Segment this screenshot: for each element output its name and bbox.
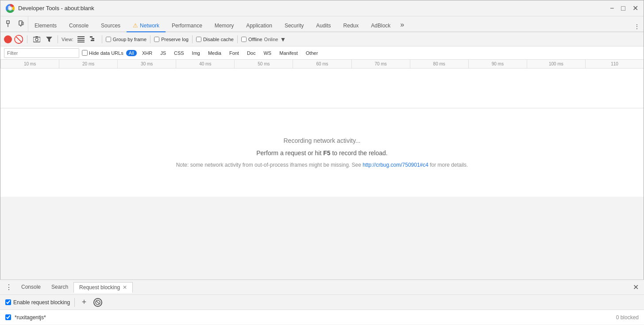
tick-70ms: 70 ms	[351, 60, 410, 68]
more-tabs-button[interactable]: »	[397, 18, 408, 32]
inspect-icon[interactable]	[5, 19, 15, 29]
note-message: Note: some network activity from out-of-…	[176, 162, 468, 168]
hide-data-urls-checkbox[interactable]	[82, 50, 88, 56]
devtools-tab-bar: Elements Console Sources ⚠ Network Perfo…	[0, 16, 644, 32]
group-by-frame-checkbox[interactable]	[106, 37, 111, 42]
view-label: View:	[62, 37, 73, 42]
preserve-log-label[interactable]: Preserve log	[154, 37, 189, 42]
crbug-link[interactable]: http://crbug.com/750901#c4	[362, 162, 428, 168]
filter-media-button[interactable]: Media	[205, 50, 224, 56]
disable-cache-label[interactable]: Disable cache	[196, 37, 234, 42]
hide-data-urls-label[interactable]: Hide data URLs	[82, 50, 123, 56]
toolbar-divider-5	[192, 35, 193, 43]
toolbar-divider-2	[58, 35, 58, 43]
svg-point-10	[35, 38, 38, 41]
svg-rect-18	[91, 40, 94, 41]
bottom-drawer: ⋮ Console Search Request blocking ✕ ✕ En…	[0, 279, 644, 325]
offline-checkbox[interactable]	[241, 37, 247, 42]
filter-all-button[interactable]: All	[126, 50, 137, 56]
filter-ws-button[interactable]: WS	[261, 50, 274, 56]
settings-icon[interactable]: ⋮	[632, 22, 642, 31]
tick-110ms: 110	[585, 60, 644, 68]
close-button[interactable]: ✕	[632, 5, 638, 12]
filter-img-button[interactable]: Img	[189, 50, 203, 56]
svg-rect-7	[20, 26, 21, 27]
window-title: Developer Tools - about:blank	[18, 5, 610, 11]
svg-rect-15	[77, 42, 85, 42]
block-pattern-button[interactable]	[93, 298, 102, 307]
tab-performance[interactable]: Performance	[166, 20, 208, 32]
tab-sources[interactable]: Sources	[95, 20, 127, 32]
tick-20ms: 20 ms	[59, 60, 117, 68]
tab-network[interactable]: ⚠ Network	[127, 19, 166, 32]
drawer-close-button[interactable]: ✕	[629, 283, 642, 291]
close-request-blocking-tab[interactable]: ✕	[123, 284, 127, 291]
disable-cache-checkbox[interactable]	[196, 37, 201, 42]
tab-redux[interactable]: Redux	[337, 20, 365, 32]
filter-manifest-button[interactable]: Manifest	[277, 50, 301, 56]
minimize-button[interactable]: −	[610, 5, 614, 12]
tick-90ms: 90 ms	[468, 60, 527, 68]
enable-request-blocking-label[interactable]: Enable request blocking	[5, 299, 70, 306]
drawer-tab-bar: ⋮ Console Search Request blocking ✕ ✕	[0, 280, 644, 295]
toolbar-divider-6	[237, 35, 238, 43]
enable-request-blocking-checkbox[interactable]	[5, 299, 11, 305]
preserve-log-checkbox[interactable]	[154, 37, 159, 42]
filter-icon[interactable]	[44, 34, 54, 44]
tab-memory[interactable]: Memory	[208, 20, 240, 32]
add-pattern-button[interactable]: +	[79, 298, 89, 307]
drawer-tab-search[interactable]: Search	[46, 282, 73, 293]
tab-console[interactable]: Console	[63, 20, 95, 32]
svg-rect-14	[77, 40, 85, 41]
list-view-icon[interactable]	[76, 34, 86, 44]
tab-application[interactable]: Application	[240, 20, 278, 32]
record-button[interactable]	[4, 35, 12, 43]
devtools-left-icons	[2, 16, 28, 31]
filter-js-button[interactable]: JS	[158, 50, 169, 56]
timeline-ruler: 10 ms 20 ms 30 ms 40 ms 50 ms 60 ms 70 m…	[0, 60, 644, 69]
device-toolbar-icon[interactable]	[16, 19, 26, 29]
tab-adblock[interactable]: AdBlock	[365, 20, 397, 32]
tab-security[interactable]: Security	[278, 20, 310, 32]
filter-input[interactable]	[4, 48, 79, 58]
tick-60ms: 60 ms	[293, 60, 351, 68]
svg-rect-9	[33, 37, 40, 42]
tick-10ms: 10 ms	[0, 60, 59, 68]
drawer-tab-console[interactable]: Console	[16, 282, 46, 293]
tick-100ms: 100 ms	[527, 60, 585, 68]
tab-audits[interactable]: Audits	[310, 20, 337, 32]
svg-point-3	[9, 7, 12, 10]
rule-blocked-count-0: 0 blocked	[616, 314, 639, 321]
recording-message: Recording network activity...	[283, 137, 360, 144]
filter-doc-button[interactable]: Doc	[244, 50, 258, 56]
perform-request-message: Perform a request or hit F5 to record th…	[256, 149, 387, 157]
throttle-dropdown-icon[interactable]: ▼	[280, 36, 286, 43]
waterfall-view-icon[interactable]	[89, 34, 98, 44]
chrome-icon	[6, 4, 15, 13]
filter-font-button[interactable]: Font	[227, 50, 242, 56]
rule-checkbox-0[interactable]	[5, 314, 11, 320]
tick-80ms: 80 ms	[410, 60, 468, 68]
drawer-tab-request-blocking[interactable]: Request blocking ✕	[73, 282, 133, 293]
svg-rect-17	[92, 38, 94, 39]
drawer-menu-icon[interactable]: ⋮	[2, 283, 16, 291]
svg-rect-11	[35, 36, 38, 38]
camera-icon[interactable]	[32, 34, 42, 44]
filter-xhr-button[interactable]: XHR	[139, 50, 155, 56]
offline-label[interactable]: Offline	[241, 37, 262, 42]
drawer-toolbar: Enable request blocking +	[0, 295, 644, 310]
toolbar-divider-1	[27, 35, 27, 43]
title-bar: Developer Tools - about:blank − □ ✕	[0, 0, 644, 16]
svg-rect-13	[77, 38, 85, 39]
clear-button[interactable]: 🚫	[14, 35, 23, 43]
drawer-content: *ruxitagentjs* 0 blocked	[0, 310, 644, 325]
tab-elements[interactable]: Elements	[28, 20, 63, 32]
network-toolbar: 🚫 View: Group by frame Preserve log Disa…	[0, 32, 644, 46]
online-label: Online	[264, 37, 278, 42]
maximize-button[interactable]: □	[621, 5, 625, 12]
filter-bar: Hide data URLs All XHR JS CSS Img Media …	[0, 46, 644, 60]
group-by-frame-label[interactable]: Group by frame	[106, 37, 147, 42]
filter-css-button[interactable]: CSS	[171, 50, 187, 56]
filter-other-button[interactable]: Other	[303, 50, 321, 56]
empty-state: Recording network activity... Perform a …	[0, 108, 644, 197]
